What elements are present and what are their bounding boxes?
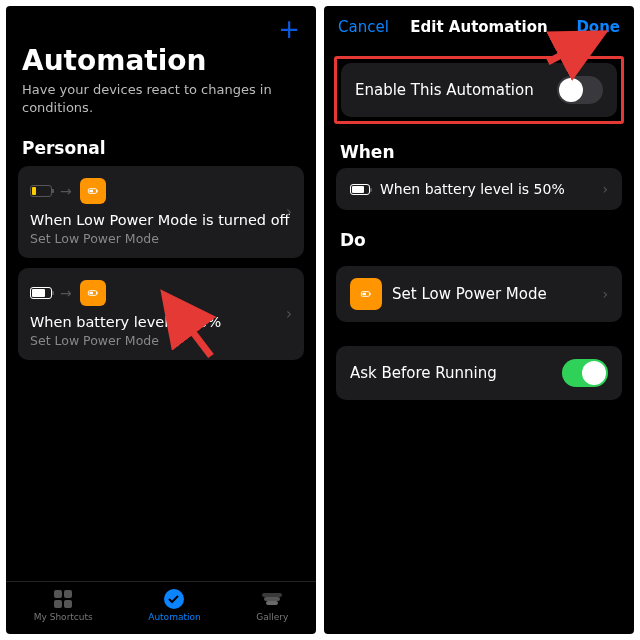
ask-before-running-row[interactable]: Ask Before Running — [336, 346, 622, 400]
automation-card[interactable]: → When Low Power Mode is turned off Set … — [18, 166, 304, 258]
screen-title: Automation — [22, 44, 300, 77]
tab-gallery[interactable]: Gallery — [256, 588, 288, 622]
tab-bar: My Shortcuts Automation Gallery — [6, 581, 316, 634]
done-button[interactable]: Done — [576, 18, 620, 36]
battery-icon — [350, 184, 370, 195]
arrow-right-icon: → — [60, 183, 72, 199]
highlight-box: Enable This Automation — [334, 56, 624, 124]
svg-rect-8 — [54, 590, 62, 598]
automation-card-subtitle: Set Low Power Mode — [30, 231, 292, 246]
svg-rect-9 — [64, 590, 72, 598]
automation-list-screen: + Automation Have your devices react to … — [6, 6, 316, 634]
navbar: Cancel Edit Automation Done — [324, 6, 634, 46]
tab-label: Automation — [148, 612, 200, 622]
low-power-mode-icon — [350, 278, 382, 310]
ask-before-running-label: Ask Before Running — [350, 364, 497, 382]
gallery-icon — [259, 588, 285, 610]
battery-low-icon — [30, 185, 52, 197]
tab-my-shortcuts[interactable]: My Shortcuts — [34, 588, 93, 622]
do-section-header: Do — [324, 210, 634, 256]
do-action-row[interactable]: Set Low Power Mode › — [336, 266, 622, 322]
tab-label: My Shortcuts — [34, 612, 93, 622]
svg-rect-11 — [64, 600, 72, 608]
when-condition-row[interactable]: When battery level is 50% › — [336, 168, 622, 210]
automation-card[interactable]: → When battery level is 50% Set Low Powe… — [18, 268, 304, 360]
personal-section-header: Personal — [6, 126, 316, 166]
edit-automation-screen: Cancel Edit Automation Done Enable This … — [324, 6, 634, 634]
chevron-right-icon: › — [286, 203, 292, 221]
svg-rect-20 — [363, 293, 367, 295]
svg-rect-5 — [89, 292, 93, 294]
grid-icon — [50, 588, 76, 610]
cancel-button[interactable]: Cancel — [338, 18, 389, 36]
svg-rect-10 — [54, 600, 62, 608]
tab-automation[interactable]: Automation — [148, 588, 200, 622]
enable-automation-toggle[interactable] — [557, 76, 603, 104]
automation-tab-icon — [161, 588, 187, 610]
title-block: Automation Have your devices react to ch… — [6, 44, 316, 126]
chevron-right-icon: › — [602, 286, 608, 302]
battery-icon — [30, 287, 52, 299]
svg-rect-4 — [96, 292, 97, 294]
chevron-right-icon: › — [602, 181, 608, 197]
header-row: + — [6, 6, 316, 44]
svg-rect-13 — [264, 597, 280, 601]
low-power-mode-icon — [80, 280, 106, 306]
automation-card-title: When Low Power Mode is turned off — [30, 212, 292, 228]
chevron-right-icon: › — [286, 305, 292, 323]
add-automation-button[interactable]: + — [278, 16, 300, 42]
svg-rect-14 — [262, 593, 282, 597]
when-section-header: When — [324, 124, 634, 168]
nav-title: Edit Automation — [410, 18, 547, 36]
arrow-right-icon: → — [60, 285, 72, 301]
svg-rect-15 — [266, 601, 278, 605]
when-condition-label: When battery level is 50% — [380, 181, 565, 197]
automation-card-subtitle: Set Low Power Mode — [30, 333, 292, 348]
low-power-mode-icon — [80, 178, 106, 204]
enable-automation-row[interactable]: Enable This Automation — [341, 63, 617, 117]
svg-rect-19 — [370, 293, 371, 295]
enable-automation-label: Enable This Automation — [355, 81, 534, 99]
tab-label: Gallery — [256, 612, 288, 622]
svg-rect-1 — [96, 190, 97, 192]
screen-subtitle: Have your devices react to changes in co… — [22, 81, 300, 116]
automation-card-title: When battery level is 50% — [30, 314, 292, 330]
do-action-label: Set Low Power Mode — [392, 285, 547, 303]
ask-before-running-toggle[interactable] — [562, 359, 608, 387]
svg-rect-2 — [89, 190, 93, 192]
